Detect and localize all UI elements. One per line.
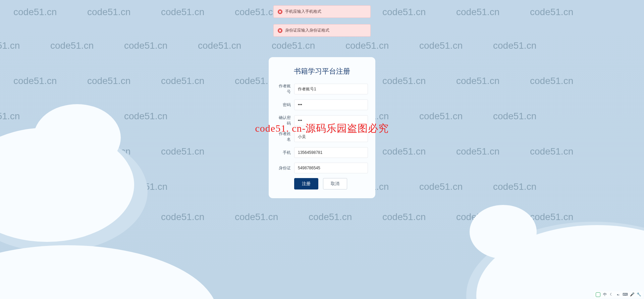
watermark-text: code51.cn [382,146,426,157]
input-confirm[interactable] [294,115,368,126]
watermark-text: code51.cn [456,76,499,86]
ime-keyboard-icon[interactable]: ⌨ [623,292,628,297]
watermark-text: code51.cn [13,7,57,17]
watermark-text: code51.cn [493,181,536,192]
watermark-text: code51.cn [235,7,278,17]
error-banner-idcard: 身份证应输入身份证格式 [273,24,371,37]
watermark-text: code51.cn [419,40,463,51]
field-password: 密码 [276,99,368,110]
error-banner-phone: 手机应输入手机格式 [273,5,371,18]
watermark-text: code51.cn [87,7,130,17]
cloud-decoration [34,104,121,171]
button-row: 注册 取消 [294,178,368,189]
cloud-decoration [0,245,218,299]
label-idcard: 身份证 [276,165,294,171]
ime-punct-icon[interactable]: •› [616,293,621,297]
error-icon [278,28,282,33]
watermark-text: code51.cn [161,7,204,17]
ime-settings-icon[interactable]: 🔧 [637,292,641,297]
watermark-text: code51.cn [493,40,536,51]
field-name: 作者姓名 [276,131,368,142]
ime-taskbar: 中 ☾ •› ⌨ 🎤 🔧 [594,291,643,298]
watermark-text: code51.cn [87,76,130,86]
input-idcard[interactable] [294,163,368,173]
label-confirm: 确认密码 [276,115,294,126]
watermark-text: code51.cn [272,40,315,51]
watermark-text: code51.cn [50,40,94,51]
watermark-text: code51.cn [419,181,463,192]
watermark-text: code51.cn [161,76,204,86]
watermark-text: code51.cn [0,40,20,51]
label-account: 作者账号 [276,83,294,95]
input-name[interactable] [294,131,368,142]
label-password: 密码 [276,102,294,108]
error-message: 手机应输入手机格式 [285,9,321,14]
watermark-text: code51.cn [530,212,573,222]
field-phone: 手机 [276,147,368,158]
watermark-text: code51.cn [382,212,426,222]
watermark-text: code51.cn [493,111,536,122]
watermark-text: code51.cn [419,111,463,122]
error-message: 身份证应输入身份证格式 [285,28,329,33]
field-account: 作者账号 [276,83,368,95]
cloud-decoration [470,205,537,259]
field-idcard: 身份证 [276,163,368,173]
watermark-text: code51.cn [530,76,573,86]
ime-mic-icon[interactable]: 🎤 [630,292,635,297]
ime-moon-icon[interactable]: ☾ [609,292,614,297]
watermark-text: code51.cn [530,7,573,17]
error-icon [278,9,282,14]
label-phone: 手机 [276,150,294,156]
label-name: 作者姓名 [276,131,294,142]
ime-lang-indicator[interactable]: 中 [602,292,607,297]
watermark-text: code51.cn [382,76,426,86]
field-confirm: 确认密码 [276,115,368,126]
watermark-text: code51.cn [235,212,278,222]
watermark-text: code51.cn [345,40,389,51]
watermark-text: code51.cn [309,212,352,222]
ime-app-icon[interactable] [596,292,600,297]
input-phone[interactable] [294,147,368,158]
watermark-text: code51.cn [124,40,167,51]
watermark-text: code51.cn [198,40,241,51]
watermark-text: code51.cn [382,7,426,17]
input-account[interactable] [294,84,368,94]
watermark-text: code51.cn [161,146,204,157]
watermark-text: code51.cn [530,146,573,157]
watermark-text: code51.cn [456,7,499,17]
cancel-button[interactable]: 取消 [323,178,347,189]
submit-button[interactable]: 注册 [294,178,318,189]
watermark-text: code51.cn [0,111,20,122]
watermark-text: code51.cn [13,76,57,86]
register-title: 书籍学习平台注册 [276,67,368,76]
input-password[interactable] [294,99,368,110]
watermark-text: code51.cn [456,146,499,157]
watermark-text: code51.cn [161,212,204,222]
watermark-text: code51.cn [124,111,167,122]
register-card: 书籍学习平台注册 作者账号 密码 确认密码 作者姓名 手机 身份证 注册 取消 [269,57,375,198]
